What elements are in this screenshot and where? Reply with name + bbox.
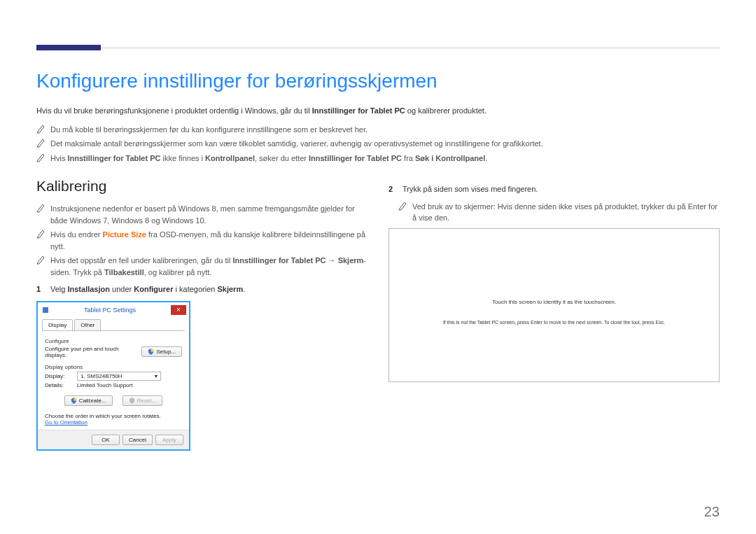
display-options-heading: Display options [45, 364, 182, 370]
details-label: Details: [45, 382, 73, 388]
note-row: Ved bruk av to skjermer: Hvis denne side… [398, 201, 720, 224]
pencil-icon [398, 201, 407, 211]
pencil-icon [36, 124, 45, 134]
note-text: Hvis det oppstår en feil under kalibreri… [50, 255, 368, 278]
step-number: 2 [388, 183, 398, 195]
window-footer: OK Cancel Apply [38, 430, 189, 449]
note-text: Det maksimale antall berøringsskjermer s… [50, 138, 543, 150]
left-column: Kalibrering Instruksjonene nedenfor er b… [36, 178, 368, 451]
step-number: 1 [36, 283, 46, 295]
pencil-icon [36, 138, 45, 148]
step-text: Trykk på siden som vises med fingeren. [402, 183, 538, 195]
shield-icon [148, 349, 154, 355]
instruction-screen: Touch this screen to identity it as the … [388, 228, 720, 382]
note-row: Hvis det oppstår en feil under kalibreri… [36, 255, 368, 278]
note-row: Det maksimale antall berøringsskjermer s… [36, 138, 720, 150]
picture-size-label: Picture Size [103, 230, 146, 239]
ok-button[interactable]: OK [92, 435, 120, 445]
calibrate-button[interactable]: Calibrate... [64, 395, 113, 406]
instruction-line-1: Touch this screen to identity it as the … [389, 299, 719, 305]
chevron-down-icon: ▾ [155, 373, 158, 379]
window-body: Configure Configure your pen and touch d… [38, 331, 189, 430]
header-accent-bar [36, 45, 101, 50]
window-titlebar: Tablet PC Settings × [38, 302, 189, 318]
step-text: Velg Installasjon under Konfigurer i kat… [50, 283, 245, 295]
header-rule [36, 48, 720, 48]
sub-title: Kalibrering [36, 178, 368, 195]
page-number: 23 [704, 504, 720, 520]
tabs: Display Other [42, 319, 185, 331]
details-value: Limited Touch Support [77, 382, 132, 388]
step-2: 2 Trykk på siden som vises med fingeren. [388, 183, 720, 195]
intro-text-bold: Innstillinger for Tablet PC [312, 106, 405, 115]
instruction-line-2: If this is not the Tablet PC screen, pre… [389, 320, 719, 325]
orientation-link[interactable]: Go to Orientation [45, 419, 182, 426]
intro-text-c: og kalibrerer produktet. [405, 106, 486, 115]
right-column: 2 Trykk på siden som vises med fingeren.… [388, 178, 720, 451]
tablet-pc-settings-window: Tablet PC Settings × Display Other Confi… [36, 301, 190, 451]
pencil-icon [36, 229, 45, 239]
svg-rect-0 [43, 307, 48, 313]
display-label: Display: [45, 373, 73, 379]
close-icon[interactable]: × [171, 305, 186, 315]
shield-icon [71, 398, 77, 404]
pencil-icon [36, 203, 45, 213]
pencil-icon [36, 153, 45, 162]
configure-heading: Configure [45, 338, 182, 344]
page-title: Konfigurere innstillinger for berøringss… [36, 70, 720, 92]
display-select-value: 1. SMS24B750H [80, 373, 122, 379]
tab-display[interactable]: Display [42, 319, 73, 330]
note-row: Hvis du endrer Picture Size fra OSD-meny… [36, 229, 368, 252]
note-row: Instruksjonene nedenfor er basert på Win… [36, 203, 368, 226]
setup-button[interactable]: Setup... [141, 346, 182, 357]
window-title-text: Tablet PC Settings [49, 307, 171, 314]
window-sysicon [42, 307, 49, 314]
intro-text-a: Hvis du vil bruke berøringsfunksjonene i… [36, 106, 312, 115]
reset-button[interactable]: Reset... [122, 395, 163, 406]
note-text: Ved bruk av to skjermer: Hvis denne side… [412, 201, 720, 224]
pencil-icon [36, 255, 45, 265]
apply-button[interactable]: Apply [155, 435, 183, 445]
note-row: Du må koble til berøringsskjermen før du… [36, 124, 720, 136]
step-1: 1 Velg Installasjon under Konfigurer i k… [36, 283, 368, 295]
configure-text: Configure your pen and touch displays. [45, 346, 137, 358]
cancel-button[interactable]: Cancel [122, 435, 153, 445]
note-text: Hvis du endrer Picture Size fra OSD-meny… [50, 229, 368, 252]
note-text: Du må koble til berøringsskjermen før du… [50, 124, 368, 136]
tab-other[interactable]: Other [74, 319, 101, 330]
display-select[interactable]: 1. SMS24B750H ▾ [77, 372, 161, 381]
note-text: Instruksjonene nedenfor er basert på Win… [50, 203, 368, 226]
shield-icon [129, 398, 135, 404]
note-row: Hvis Innstillinger for Tablet PC ikke fi… [36, 153, 720, 164]
orientation-text: Choose the order in which your screen ro… [45, 413, 182, 419]
intro-paragraph: Hvis du vil bruke berøringsfunksjonene i… [36, 105, 720, 117]
note-text: Hvis Innstillinger for Tablet PC ikke fi… [50, 153, 487, 164]
